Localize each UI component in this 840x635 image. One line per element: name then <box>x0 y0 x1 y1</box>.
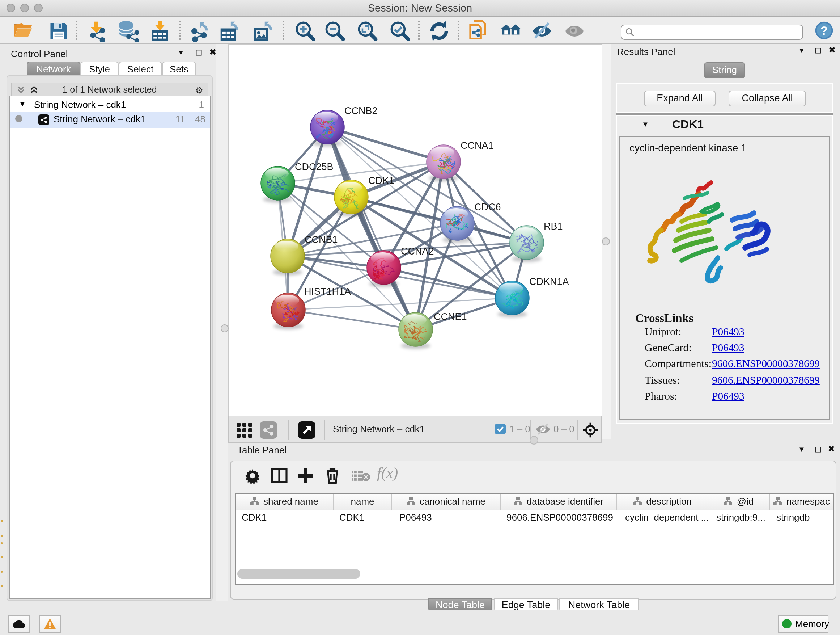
svg-text:RB1: RB1 <box>544 221 563 232</box>
svg-text:CCNB2: CCNB2 <box>344 105 378 116</box>
svg-text:CDC6: CDC6 <box>474 202 501 212</box>
svg-text:?: ? <box>821 24 828 37</box>
svg-text:CCNA2: CCNA2 <box>401 246 434 257</box>
svg-text:CDKN1A: CDKN1A <box>529 276 569 287</box>
svg-text:CCNB1: CCNB1 <box>305 234 338 245</box>
svg-text:CDC25B: CDC25B <box>295 162 333 172</box>
svg-text:CCNA1: CCNA1 <box>461 140 494 151</box>
svg-text:CDK1: CDK1 <box>368 175 394 186</box>
svg-text:HIST1H1A: HIST1H1A <box>304 286 351 297</box>
svg-text:CCNE1: CCNE1 <box>434 311 467 322</box>
